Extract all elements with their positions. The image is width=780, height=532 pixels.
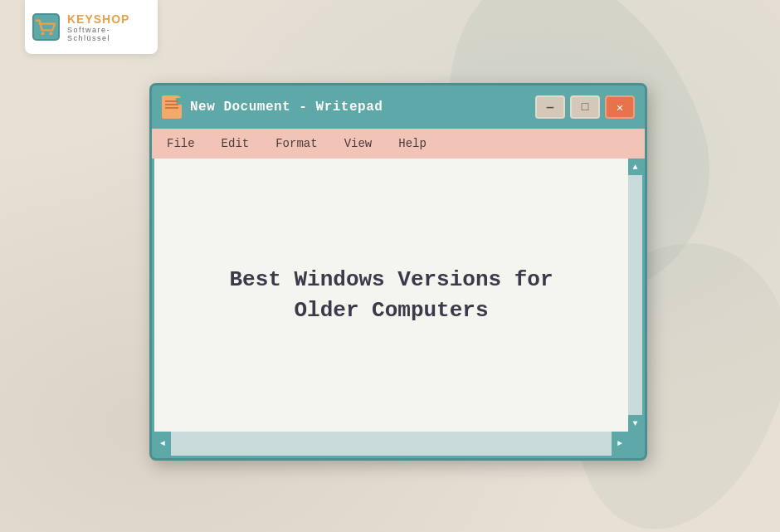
menu-item-view[interactable]: View — [339, 134, 378, 154]
scroll-left-button[interactable]: ◄ — [154, 432, 171, 456]
menu-item-help[interactable]: Help — [393, 134, 431, 154]
logo-container: KEYSHOP Software-Schlüssel — [25, 0, 158, 54]
scrollbar-corner — [628, 432, 642, 456]
title-bar: New Document - Writepad — □ ✕ — [152, 85, 645, 129]
document-content-area[interactable]: Best Windows Versions forOlder Computers — [154, 159, 628, 432]
svg-point-1 — [41, 32, 45, 35]
horizontal-scrollbar: ◄ ► — [154, 432, 628, 456]
window-title: New Document - Writepad — [190, 100, 527, 115]
svg-point-2 — [49, 32, 52, 35]
logo-cart-icon — [32, 12, 61, 42]
scroll-right-button[interactable]: ► — [612, 432, 628, 456]
minimize-button[interactable]: — — [535, 95, 565, 119]
logo-title: KEYSHOP — [67, 12, 129, 26]
close-button[interactable]: ✕ — [605, 95, 635, 119]
window-controls: — □ ✕ — [535, 95, 635, 119]
document-icon — [162, 95, 182, 119]
scroll-up-button[interactable]: ▲ — [628, 159, 642, 175]
menu-item-file[interactable]: File — [162, 134, 200, 154]
vertical-scrollbar: ▲ ▼ — [628, 159, 642, 432]
scroll-down-button[interactable]: ▼ — [628, 415, 642, 432]
menu-bar: File Edit Format View Help — [152, 129, 645, 159]
document-text: Best Windows Versions forOlder Computers — [212, 248, 569, 342]
logo-subtitle: Software-Schlüssel — [67, 26, 151, 42]
maximize-button[interactable]: □ — [570, 95, 600, 119]
svg-rect-0 — [33, 13, 59, 39]
scroll-track-vertical[interactable] — [628, 175, 642, 415]
writepad-window: New Document - Writepad — □ ✕ File Edit … — [149, 83, 647, 461]
menu-item-format[interactable]: Format — [271, 134, 322, 154]
logo-text: KEYSHOP Software-Schlüssel — [67, 12, 151, 42]
menu-item-edit[interactable]: Edit — [217, 134, 255, 154]
